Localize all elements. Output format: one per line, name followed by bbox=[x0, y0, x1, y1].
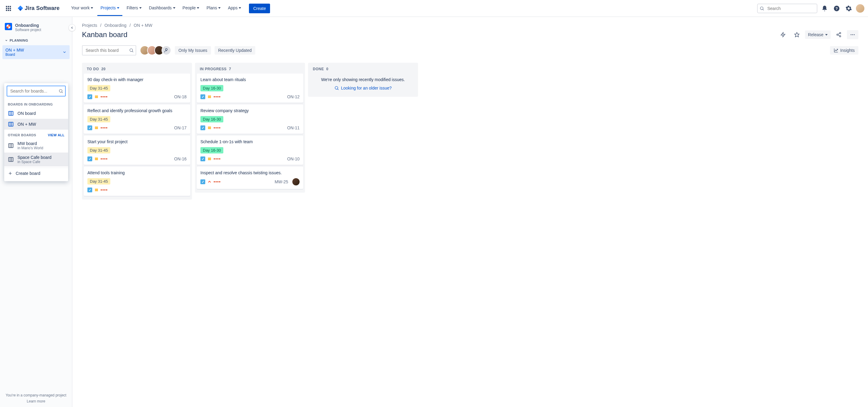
nav-items: Your work Projects Filters Dashboards Pe… bbox=[68, 1, 270, 16]
svg-marker-29 bbox=[781, 33, 785, 37]
board-dropdown-item[interactable]: ON + MW bbox=[4, 119, 68, 130]
chevron-down-icon bbox=[173, 7, 176, 9]
nav-projects[interactable]: Projects bbox=[97, 1, 122, 16]
search-icon bbox=[59, 89, 63, 93]
chevron-down-icon bbox=[139, 7, 142, 9]
board-dropdown-item[interactable]: Space Cafe board in Space Cafe bbox=[4, 153, 68, 166]
chart-icon bbox=[834, 48, 838, 53]
issue-card[interactable]: Reflect and identify professional growth… bbox=[84, 105, 190, 134]
issue-key: ON-11 bbox=[287, 125, 300, 130]
learn-more-link[interactable]: Learn more bbox=[0, 399, 72, 403]
recently-updated-filter[interactable]: Recently Updated bbox=[215, 46, 255, 55]
epic-lozenge: Day 31-45 bbox=[87, 147, 110, 153]
create-board-button[interactable]: Create board bbox=[4, 168, 68, 179]
collapse-sidebar-button[interactable] bbox=[68, 24, 76, 31]
insights-button[interactable]: Insights bbox=[830, 46, 858, 55]
chevron-down-icon bbox=[62, 50, 67, 54]
svg-marker-30 bbox=[795, 33, 799, 37]
search-icon bbox=[760, 6, 764, 11]
svg-point-31 bbox=[839, 33, 841, 34]
board-selector[interactable]: ON + MW Board bbox=[2, 45, 70, 59]
svg-rect-8 bbox=[10, 10, 11, 11]
priority-icon bbox=[94, 125, 99, 130]
issue-card[interactable]: Inspect and resolve chassis twisting iss… bbox=[197, 167, 303, 189]
create-button[interactable]: Create bbox=[249, 4, 270, 13]
planning-section-toggle[interactable]: Planning bbox=[2, 37, 70, 44]
release-button[interactable]: Release bbox=[805, 30, 831, 39]
issue-card[interactable]: Schedule 1-on-1s with teamDay 16-30ON-10 bbox=[197, 136, 303, 165]
card-footer: ON-11 bbox=[200, 125, 300, 130]
board-search-input[interactable] bbox=[7, 86, 66, 96]
svg-rect-7 bbox=[8, 10, 9, 11]
board-dropdown-item[interactable]: MW board in Mario's World bbox=[4, 139, 68, 153]
svg-point-33 bbox=[839, 36, 841, 37]
board-search bbox=[82, 45, 136, 56]
logo-text: Jira Software bbox=[25, 5, 60, 11]
nav-your-work[interactable]: Your work bbox=[68, 1, 96, 16]
nav-dashboards[interactable]: Dashboards bbox=[146, 1, 179, 16]
view-all-link[interactable]: VIEW ALL bbox=[48, 133, 64, 137]
epic-lozenge: Day 16-30 bbox=[200, 116, 223, 122]
profile-avatar[interactable] bbox=[856, 4, 864, 13]
project-name: Onboarding bbox=[15, 23, 41, 28]
nav-people[interactable]: People bbox=[180, 1, 203, 16]
priority-icon bbox=[94, 156, 99, 161]
issue-key: MW-25 bbox=[275, 179, 288, 184]
svg-point-9 bbox=[761, 7, 763, 9]
issue-card[interactable]: Review company strategyDay 16-30ON-11 bbox=[197, 105, 303, 134]
jira-logo[interactable]: Jira Software bbox=[14, 5, 62, 12]
page-title: Kanban board bbox=[82, 30, 127, 39]
board-icon bbox=[8, 156, 14, 162]
svg-point-41 bbox=[165, 49, 167, 50]
svg-rect-18 bbox=[9, 122, 13, 126]
breadcrumb-link[interactable]: ON + MW bbox=[134, 23, 153, 28]
dropdown-section-label: Other boards VIEW ALL bbox=[4, 130, 68, 139]
breadcrumb-link[interactable]: Projects bbox=[82, 23, 97, 28]
svg-rect-5 bbox=[10, 7, 11, 9]
svg-point-39 bbox=[130, 49, 133, 52]
assignee-filter bbox=[140, 45, 171, 55]
notifications-icon[interactable] bbox=[820, 4, 830, 13]
svg-line-10 bbox=[763, 9, 764, 10]
card-title: Review company strategy bbox=[200, 108, 300, 113]
epic-lozenge: Day 31-45 bbox=[87, 116, 110, 122]
share-button[interactable] bbox=[833, 30, 844, 39]
card-footer: ON-12 bbox=[200, 94, 300, 99]
more-button[interactable] bbox=[847, 30, 858, 39]
issue-key: ON-16 bbox=[174, 156, 187, 161]
issue-card[interactable]: Attend tools trainingDay 31-45 bbox=[84, 167, 190, 196]
breadcrumb: Projects / Onboarding / ON + MW bbox=[82, 23, 858, 28]
breadcrumb-link[interactable]: Onboarding bbox=[104, 23, 126, 28]
project-type: Software project bbox=[15, 28, 41, 32]
settings-icon[interactable] bbox=[844, 4, 854, 13]
days-indicator-icon bbox=[214, 181, 220, 182]
board-dropdown-item[interactable]: ON board bbox=[4, 108, 68, 119]
star-button[interactable] bbox=[791, 30, 803, 39]
automation-button[interactable] bbox=[777, 30, 789, 39]
app-switcher-icon[interactable] bbox=[4, 4, 13, 13]
svg-rect-2 bbox=[10, 6, 11, 7]
older-issues-link[interactable]: Looking for an older issue? bbox=[334, 86, 392, 90]
epic-lozenge: Day 16-30 bbox=[200, 147, 223, 153]
issue-card[interactable]: 90 day check-in with managerDay 31-45ON-… bbox=[84, 73, 190, 103]
search-input[interactable] bbox=[757, 4, 817, 13]
help-icon[interactable]: ? bbox=[832, 4, 841, 13]
nav-apps[interactable]: Apps bbox=[225, 1, 244, 16]
issue-type-icon bbox=[200, 179, 205, 184]
issue-key: ON-17 bbox=[174, 125, 187, 130]
days-indicator-icon bbox=[101, 189, 107, 191]
add-people-button[interactable] bbox=[161, 45, 171, 55]
epic-lozenge: Day 16-30 bbox=[200, 85, 223, 91]
kanban-board: To Do 2090 day check-in with managerDay … bbox=[82, 63, 858, 199]
svg-line-35 bbox=[838, 35, 839, 36]
days-indicator-icon bbox=[214, 96, 220, 97]
chevron-down-icon bbox=[117, 7, 119, 9]
board-search-input[interactable] bbox=[82, 45, 136, 56]
issue-card[interactable]: Start your first projectDay 31-45ON-16 bbox=[84, 136, 190, 165]
priority-icon bbox=[207, 125, 212, 130]
only-my-issues-filter[interactable]: Only My Issues bbox=[175, 46, 211, 55]
nav-filters[interactable]: Filters bbox=[124, 1, 145, 16]
star-icon bbox=[794, 32, 800, 37]
nav-plans[interactable]: Plans bbox=[204, 1, 224, 16]
issue-card[interactable]: Learn about team ritualsDay 16-30ON-12 bbox=[197, 73, 303, 103]
